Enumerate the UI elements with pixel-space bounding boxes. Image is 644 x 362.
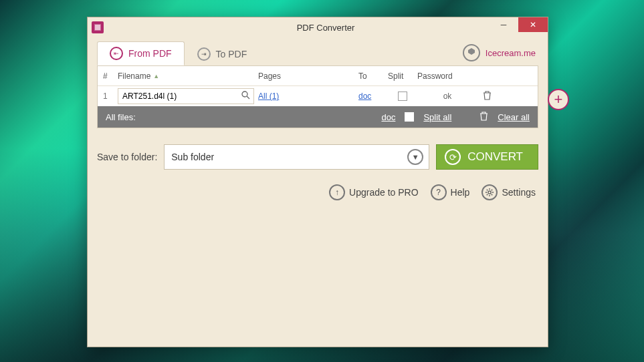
password-status: ok [417,92,477,101]
col-split: Split [388,71,417,81]
minimize-button[interactable]: ─ [489,17,518,32]
folder-dropdown-button[interactable]: ▼ [407,149,423,165]
tab-from-pdf[interactable]: ⇤ From PDF [97,41,185,65]
upgrade-link[interactable]: ↑ Upgrade to PRO [329,184,419,200]
svg-line-2 [247,96,249,99]
app-icon [92,21,104,33]
table-header: # Filename ▲ Pages To Split Password [98,66,538,86]
app-window: PDF Converter ─ ✕ ⇤ From PDF ⇥ To PDF Ic… [87,17,548,347]
filename-input[interactable] [118,88,254,104]
tab-label: From PDF [128,48,172,59]
brand-icon [463,44,480,61]
save-label: Save to folder: [97,152,157,162]
col-to: To [358,71,388,81]
upgrade-icon: ↑ [329,184,345,200]
brand-label: Icecream.me [486,48,536,58]
convert-button[interactable]: ⟳ CONVERT [436,144,538,170]
split-checkbox[interactable] [398,92,407,101]
clear-all-link[interactable]: Clear all [498,112,530,122]
to-format-link[interactable]: doc [358,92,371,101]
folder-value: Sub folder [171,152,214,162]
brand-link[interactable]: Icecream.me [463,44,536,61]
col-pages: Pages [258,71,358,81]
col-num: # [103,71,118,81]
add-file-button[interactable]: + [548,89,569,110]
all-files-label: All files: [106,112,136,122]
to-pdf-icon: ⇥ [197,47,211,61]
convert-icon: ⟳ [445,149,461,165]
sort-asc-icon: ▲ [153,73,159,79]
help-icon: ? [431,184,447,200]
svg-point-1 [242,92,247,97]
col-filename[interactable]: Filename ▲ [118,71,258,81]
row-num: 1 [103,92,118,101]
svg-point-3 [488,191,491,194]
delete-row-button[interactable] [477,91,496,102]
tabs: ⇤ From PDF ⇥ To PDF Icecream.me [97,41,538,65]
folder-input[interactable]: Sub folder ▼ [164,144,429,170]
search-icon[interactable] [241,91,250,102]
summary-format[interactable]: doc [381,112,395,122]
tab-to-pdf[interactable]: ⇥ To PDF [185,41,260,65]
pages-link[interactable]: All (1) [258,92,279,101]
help-link[interactable]: ? Help [431,184,470,200]
settings-link[interactable]: Settings [481,184,536,200]
window-title: PDF Converter [104,23,548,33]
titlebar: PDF Converter ─ ✕ [88,17,548,37]
summary-bar: All files: doc Split all Clear all [98,106,538,128]
table-row: 1 All (1) doc ok [98,86,538,106]
convert-label: CONVERT [467,150,523,164]
gear-icon [481,184,498,200]
footer: ↑ Upgrade to PRO ? Help Settings [88,184,536,200]
save-row: Save to folder: Sub folder ▼ ⟳ CONVERT [97,144,538,170]
split-all-checkbox[interactable] [405,112,414,122]
split-all-link[interactable]: Split all [423,112,451,122]
col-password: Password [417,71,477,81]
close-button[interactable]: ✕ [518,17,548,32]
tab-label: To PDF [216,49,247,59]
trash-icon [479,112,488,123]
from-pdf-icon: ⇤ [110,47,123,60]
